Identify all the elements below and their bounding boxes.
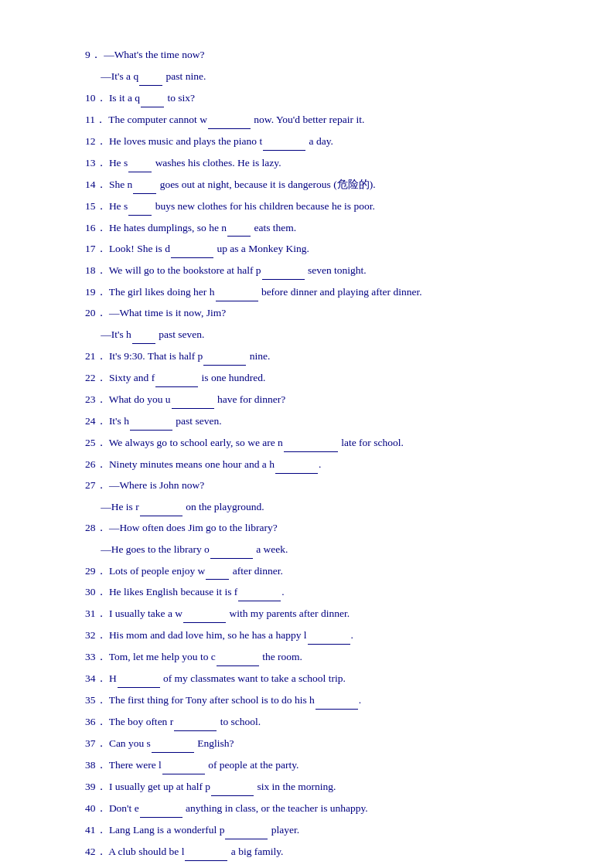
answer-blank xyxy=(132,325,155,344)
item-number: 39． xyxy=(85,781,107,792)
list-item: 19． The girl likes doing her h before di… xyxy=(85,283,537,301)
item-text: I usually take a w with my parents after… xyxy=(109,608,350,619)
list-item: 34． H of my classmates want to take a sc… xyxy=(85,669,537,688)
item-text: She n goes out at night, because it is d… xyxy=(109,179,376,190)
answer-blank xyxy=(208,111,251,129)
item-number: 20． xyxy=(85,307,107,318)
item-text: —What's the time now? xyxy=(104,49,204,60)
item-number: 9． xyxy=(85,49,101,60)
list-item: 9． —What's the time now? xyxy=(85,46,537,64)
item-number: 38． xyxy=(85,759,107,771)
item-text: —He goes to the library o a week. xyxy=(101,543,288,555)
list-item: 24． It's h past seven. xyxy=(85,412,537,431)
item-text: —What time is it now, Jim? xyxy=(109,307,226,318)
list-item: 42． A club should be l a big family. xyxy=(85,842,537,861)
item-text: Lots of people enjoy w after dinner. xyxy=(109,565,283,577)
item-text: We will go to the bookstore at half p se… xyxy=(109,264,367,276)
answer-blank xyxy=(211,778,254,796)
answer-blank xyxy=(216,283,258,301)
item-text: We always go to school early, so we are … xyxy=(109,437,404,448)
exercise-list: 9． —What's the time now? —It's a q past … xyxy=(85,46,537,868)
list-item: 15． He s buys new clothes for his childr… xyxy=(85,197,537,216)
item-number: 14． xyxy=(85,179,107,190)
item-number: 21． xyxy=(85,350,107,362)
chinese-text: (危险的) xyxy=(333,179,373,190)
answer-blank xyxy=(128,197,152,216)
list-item: 33． Tom, let me help you to c the room. xyxy=(85,648,537,666)
item-text: A club should be l a big family. xyxy=(108,846,283,857)
list-item: 20． —What time is it now, Jim? xyxy=(85,305,537,322)
item-text: He s washes his clothes. He is lazy. xyxy=(109,157,281,168)
list-item: 26． Ninety minutes means one hour and a … xyxy=(85,455,537,474)
item-text: What do you u have for dinner? xyxy=(109,393,286,405)
answer-blank xyxy=(118,669,160,688)
list-item: 10． Is it a q to six? xyxy=(85,89,537,107)
list-item: 31． I usually take a w with my parents a… xyxy=(85,604,537,623)
answer-blank xyxy=(316,691,358,710)
list-item: 23． What do you u have for dinner? xyxy=(85,390,537,409)
list-item: 36． The boy often r to school. xyxy=(85,713,537,731)
list-item: 11． The computer cannot w now. You'd bet… xyxy=(85,111,537,129)
item-number: 40． xyxy=(85,802,107,814)
list-item: 32． His mom and dad love him, so he has … xyxy=(85,626,537,645)
item-number: 15． xyxy=(85,200,107,212)
answer-blank xyxy=(172,390,214,409)
list-item-reply: —It's a q past nine. xyxy=(85,67,537,86)
answer-blank xyxy=(128,154,152,172)
list-item-reply: —He goes to the library o a week. xyxy=(85,540,537,559)
item-number: 35． xyxy=(85,694,107,706)
list-item: 35． The first thing for Tony after schoo… xyxy=(85,691,537,710)
item-number: 41． xyxy=(85,824,107,836)
item-number: 28． xyxy=(85,522,107,533)
item-text: His mom and dad love him, so he has a ha… xyxy=(109,629,353,641)
item-number: 33． xyxy=(85,651,107,662)
item-text: He s buys new clothes for his children b… xyxy=(109,200,375,212)
item-number: 36． xyxy=(85,716,107,727)
item-text: The boy often r to school. xyxy=(109,716,261,727)
item-number: 32． xyxy=(85,629,107,641)
list-item: 25． We always go to school early, so we … xyxy=(85,434,537,452)
item-text: He loves music and plays the piano t a d… xyxy=(109,135,333,147)
item-number: 18． xyxy=(85,264,107,276)
item-number: 22． xyxy=(85,372,107,383)
item-number: 11． xyxy=(85,114,106,125)
item-number: 31． xyxy=(85,608,107,619)
item-number: 27． xyxy=(85,479,107,491)
item-text: The first thing for Tony after school is… xyxy=(109,694,362,706)
item-text: It's h past seven. xyxy=(109,415,222,427)
answer-blank xyxy=(162,756,205,774)
item-text: The computer cannot w now. You'd better … xyxy=(108,114,364,125)
item-number: 17． xyxy=(85,243,107,254)
answer-blank xyxy=(217,648,259,666)
answer-blank xyxy=(238,583,281,601)
list-item: 17． Look! She is d up as a Monkey King. xyxy=(85,240,537,258)
list-item: 16． He hates dumplings, so he n eats the… xyxy=(85,219,537,237)
answer-blank xyxy=(275,455,318,474)
item-number: 24． xyxy=(85,415,107,427)
answer-blank xyxy=(140,799,182,818)
item-text: —It's h past seven. xyxy=(101,328,204,340)
list-item: 27． —Where is John now? xyxy=(85,477,537,495)
item-number: 23． xyxy=(85,393,107,405)
answer-blank xyxy=(308,626,350,645)
answer-blank xyxy=(183,604,226,623)
item-text: —How often does Jim go to the library? xyxy=(109,522,278,533)
answer-blank xyxy=(185,842,227,861)
item-text: I usually get up at half p six in the mo… xyxy=(109,781,336,792)
list-item: 28． —How often does Jim go to the librar… xyxy=(85,519,537,537)
item-text: It's 9:30. That is half p nine. xyxy=(109,350,270,362)
list-item: 12． He loves music and plays the piano t… xyxy=(85,132,537,151)
item-number: 29． xyxy=(85,565,107,577)
item-text: —It's a q past nine. xyxy=(101,70,206,82)
answer-blank xyxy=(152,734,194,753)
list-item: 40． Don't e anything in class, or the te… xyxy=(85,799,537,818)
item-text: Is it a q to six? xyxy=(109,92,195,104)
item-number: 25． xyxy=(85,437,107,448)
answer-blank xyxy=(133,175,156,194)
answer-blank xyxy=(140,498,182,516)
answer-blank xyxy=(155,369,198,387)
item-text: Sixty and f is one hundred. xyxy=(109,372,265,383)
list-item: 41． Lang Lang is a wonderful p player. xyxy=(85,821,537,839)
answer-blank xyxy=(263,132,305,151)
answer-blank xyxy=(284,434,338,452)
